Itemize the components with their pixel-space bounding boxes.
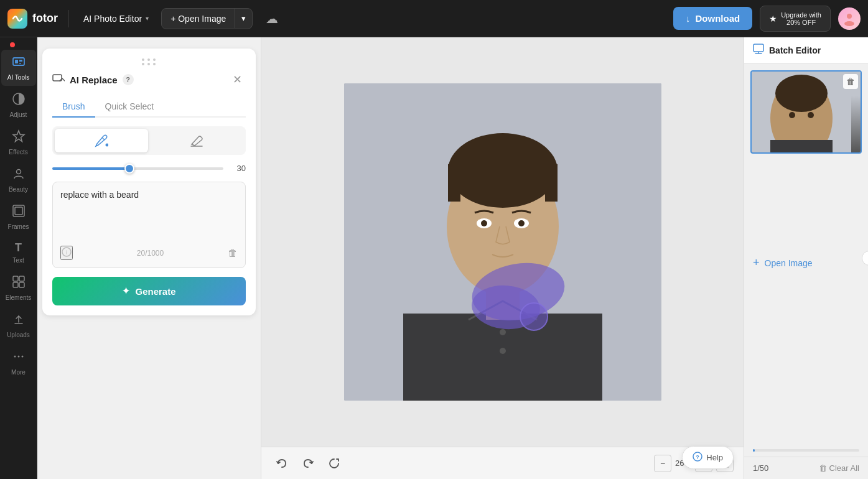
batch-editor-title: Batch Editor: [769, 45, 821, 55]
main-area: AI Tools Adjust Effects: [0, 37, 868, 479]
slider-thumb[interactable]: [124, 164, 134, 174]
download-button[interactable]: ↓ Download: [673, 7, 752, 30]
open-image-button[interactable]: + Open Image ▾: [161, 8, 253, 29]
zoom-out-button[interactable]: −: [654, 455, 671, 472]
upgrade-button[interactable]: ★ Upgrade with 20% OFF: [760, 6, 831, 32]
left-sidebar: AI Tools Adjust Effects: [0, 37, 37, 479]
tab-brush[interactable]: Brush: [52, 96, 95, 118]
adjust-icon: [12, 92, 26, 109]
reset-button[interactable]: [324, 453, 345, 474]
undo-button[interactable]: [271, 453, 292, 474]
tab-quick-select[interactable]: Quick Select: [95, 96, 164, 118]
svg-rect-13: [19, 276, 24, 281]
generate-button[interactable]: ✦ Generate: [52, 277, 246, 305]
sidebar-item-more[interactable]: More: [1, 345, 36, 381]
batch-editor-header: Batch Editor: [744, 37, 868, 64]
svg-rect-4: [15, 60, 18, 63]
user-avatar[interactable]: [838, 7, 861, 30]
clear-all-icon: 🗑: [819, 463, 827, 473]
upgrade-icon: ★: [769, 14, 777, 24]
app-mode-button[interactable]: AI Photo Editor ▾: [78, 10, 154, 27]
thumbnail-delete-button[interactable]: 🗑: [843, 74, 858, 89]
sidebar-item-adjust-label: Adjust: [10, 111, 27, 118]
brush-tools-group: [52, 126, 246, 155]
upgrade-label: Upgrade with 20% OFF: [781, 11, 821, 26]
fotor-logo-icon[interactable]: [7, 9, 27, 29]
open-image-label: + Open Image: [170, 14, 226, 24]
panel-title-area: AI Replace ?: [52, 72, 134, 88]
fotor-logo-text: fotor: [32, 12, 58, 25]
sidebar-item-elements[interactable]: Elements: [1, 270, 36, 306]
app-mode-chevron-icon: ▾: [146, 15, 149, 22]
panel-header: AI Replace ? ✕: [52, 72, 246, 88]
add-image-button[interactable]: + Open Image: [744, 248, 868, 278]
right-sidebar: Batch Editor 🗑 + Open Ima: [744, 37, 868, 479]
slider-fill: [52, 167, 129, 170]
page-count: 1/50: [753, 463, 768, 473]
sidebar-item-elements-label: Elements: [6, 294, 32, 301]
open-image-main-button[interactable]: + Open Image: [162, 9, 235, 29]
tab-bar: Brush Quick Select: [52, 96, 246, 118]
sidebar-item-frames[interactable]: Frames: [1, 199, 36, 235]
generate-icon: ✦: [122, 286, 130, 297]
batch-editor-icon: [753, 44, 764, 57]
generate-label: Generate: [135, 286, 175, 297]
brush-size-track[interactable]: [52, 167, 223, 170]
redo-button[interactable]: [297, 453, 319, 474]
logo-area: fotor: [7, 9, 58, 29]
help-button[interactable]: ? Help: [682, 446, 734, 469]
prompt-clear-button[interactable]: 🗑: [228, 248, 238, 259]
erase-brush-button[interactable]: [151, 129, 244, 152]
main-image[interactable]: [344, 83, 661, 401]
tool-panel: AI Replace ? ✕ Brush Quick Select: [37, 37, 261, 479]
draw-brush-button[interactable]: [55, 129, 148, 152]
add-image-plus-icon: +: [753, 256, 760, 269]
effects-icon: [12, 129, 26, 146]
app-mode-label: AI Photo Editor: [83, 14, 142, 24]
notification-dot: [10, 42, 15, 47]
bottom-toolbar: − 26% +: [261, 447, 744, 479]
panel-close-button[interactable]: ✕: [229, 72, 246, 88]
slider-value: 30: [231, 164, 246, 173]
canvas-content[interactable]: [261, 37, 744, 447]
svg-rect-5: [19, 60, 22, 62]
svg-rect-11: [15, 207, 22, 215]
open-image-dropdown-button[interactable]: ▾: [235, 9, 252, 28]
svg-point-9: [16, 170, 21, 174]
ai-replace-panel: AI Replace ? ✕ Brush Quick Select: [42, 49, 256, 315]
prompt-hint-button[interactable]: i: [60, 246, 73, 260]
help-badge-button[interactable]: ?: [123, 74, 134, 85]
sidebar-item-beauty[interactable]: Beauty: [1, 162, 36, 198]
svg-point-17: [14, 356, 16, 358]
sidebar-item-ai-tools[interactable]: AI Tools: [1, 50, 36, 86]
svg-point-1: [847, 14, 852, 19]
prompt-footer: i 20/1000 🗑: [60, 246, 238, 260]
right-sidebar-spacer: [744, 278, 868, 449]
svg-rect-14: [13, 282, 18, 287]
sidebar-item-text[interactable]: T Text: [1, 236, 36, 269]
prompt-input[interactable]: [60, 190, 238, 240]
svg-point-30: [448, 133, 558, 208]
drag-handle[interactable]: [52, 58, 246, 65]
svg-point-37: [500, 329, 506, 335]
svg-rect-32: [545, 164, 558, 202]
panel-title: AI Replace: [70, 75, 118, 85]
thumbnail-item[interactable]: 🗑: [750, 70, 862, 154]
sidebar-item-effects[interactable]: Effects: [1, 124, 36, 160]
text-icon: T: [15, 241, 22, 254]
svg-point-36: [518, 220, 525, 226]
clear-all-button[interactable]: 🗑 Clear All: [819, 463, 859, 473]
svg-rect-6: [19, 63, 21, 64]
right-sidebar-footer: 1/50 🗑 Clear All: [744, 457, 868, 479]
beauty-icon: [12, 167, 26, 184]
sidebar-item-uploads[interactable]: Uploads: [1, 307, 36, 343]
svg-point-18: [17, 356, 19, 358]
svg-rect-31: [448, 164, 460, 202]
sidebar-item-frames-label: Frames: [8, 223, 29, 230]
sidebar-item-adjust[interactable]: Adjust: [1, 87, 36, 123]
sidebar-item-beauty-label: Beauty: [9, 186, 28, 193]
sidebar-item-effects-label: Effects: [9, 149, 27, 156]
sidebar-item-uploads-label: Uploads: [7, 332, 30, 338]
cloud-button[interactable]: ☁: [260, 7, 284, 30]
svg-text:i: i: [66, 249, 67, 256]
